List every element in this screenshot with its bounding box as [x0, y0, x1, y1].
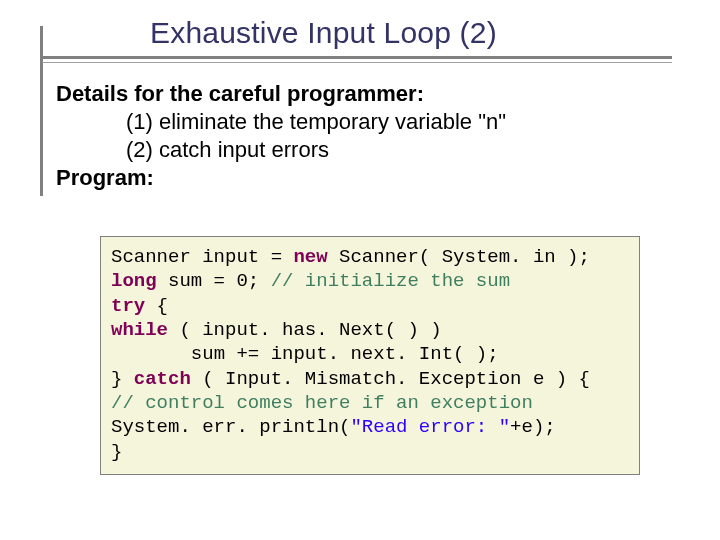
body-text: Details for the careful programmer: (1) …	[56, 80, 680, 193]
code-kw-try: try	[111, 295, 145, 317]
code-l6b: ( Input. Mismatch. Exception e ) {	[191, 368, 590, 390]
details-label: Details for the careful programmer:	[56, 80, 680, 108]
code-str-read: "Read error: "	[350, 416, 510, 438]
point-2: (2) catch input errors	[56, 136, 680, 164]
code-l6a: }	[111, 368, 134, 390]
code-kw-new: new	[293, 246, 327, 268]
code-l8b: +e);	[510, 416, 556, 438]
decoration-vertical-line	[40, 26, 43, 196]
code-cmt-init: // initialize the sum	[271, 270, 510, 292]
code-kw-catch: catch	[134, 368, 191, 390]
decoration-hline-thick	[42, 56, 672, 59]
code-l2a: sum = 0;	[157, 270, 271, 292]
code-l1a: Scanner input =	[111, 246, 293, 268]
code-kw-while: while	[111, 319, 168, 341]
point-1: (1) eliminate the temporary variable "n"	[56, 108, 680, 136]
code-l1b: Scanner( System. in );	[328, 246, 590, 268]
code-l8a: System. err. println(	[111, 416, 350, 438]
program-label: Program:	[56, 164, 680, 192]
code-block: Scanner input = new Scanner( System. in …	[100, 236, 640, 475]
code-l4a: ( input. has. Next( ) )	[168, 319, 442, 341]
code-pre: Scanner input = new Scanner( System. in …	[111, 245, 629, 464]
code-l9a: }	[111, 441, 122, 463]
decoration-hline-thin	[42, 62, 672, 63]
code-l5a: sum += input. next. Int( );	[191, 343, 499, 365]
code-cmt-ctrl: // control comes here if an exception	[111, 392, 533, 414]
code-l3a: {	[145, 295, 168, 317]
slide-title: Exhaustive Input Loop (2)	[150, 16, 497, 50]
code-l5-indent	[111, 343, 191, 365]
code-kw-long: long	[111, 270, 157, 292]
slide: Exhaustive Input Loop (2) Details for th…	[0, 0, 720, 540]
